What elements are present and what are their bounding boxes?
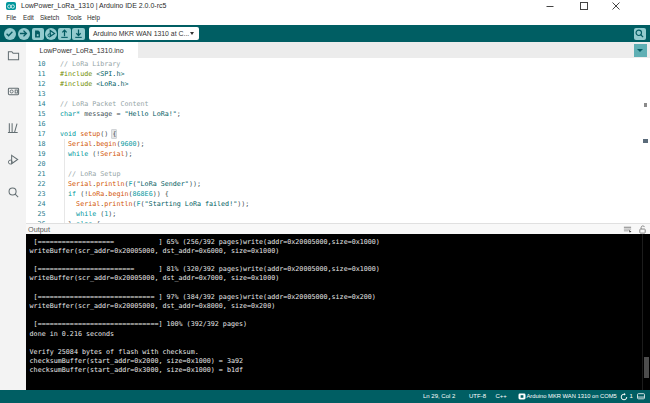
status-language[interactable]: C++: [496, 393, 507, 399]
line-number: 25: [26, 209, 46, 219]
output-panel-header: Output: [26, 223, 650, 235]
line-number: 17: [26, 129, 46, 139]
scroll-lock-icon[interactable]: [638, 225, 647, 234]
line-number: 11: [26, 69, 46, 79]
menu-sketch[interactable]: Sketch: [40, 14, 59, 21]
code-line: void setup() {: [60, 129, 116, 139]
code-line: while (1);: [60, 209, 116, 219]
line-number: 14: [26, 99, 46, 109]
menu-tools[interactable]: Tools: [67, 14, 82, 21]
search-icon[interactable]: [6, 186, 20, 200]
clear-output-icon[interactable]: [623, 225, 632, 234]
code-line: if (!LoRa.begin(868E6)) {: [60, 189, 169, 199]
sync-icon[interactable]: [620, 393, 628, 401]
code-line: // LoRa Setup: [60, 169, 120, 179]
titlebar: LowPower_LoRa_1310 | Arduino IDE 2.0.0-r…: [0, 0, 650, 12]
line-number: 20: [26, 159, 46, 169]
minimize-button[interactable]: [543, 0, 557, 12]
debug-sidebar-icon[interactable]: [6, 153, 20, 167]
code-line: Serial.begin(9600);: [60, 139, 145, 149]
tab-active[interactable]: LowPower_LoRa_1310.ino: [26, 42, 138, 58]
status-notification-count[interactable]: 1: [630, 393, 633, 399]
output-panel-title: Output: [28, 225, 50, 234]
code-line: #include <SPI.h>: [60, 69, 124, 79]
new-sketch-button[interactable]: [32, 28, 44, 40]
code-line: #include <LoRa.h>: [60, 79, 128, 89]
chevron-down-icon: [637, 49, 643, 52]
menubar: FileEditSketchToolsHelp: [0, 12, 650, 25]
maximize-button[interactable]: [577, 0, 591, 12]
menu-edit[interactable]: Edit: [23, 14, 34, 21]
panel-toggle-icon[interactable]: [637, 393, 645, 400]
window-title: LowPower_LoRa_1310 | Arduino IDE 2.0.0-r…: [21, 2, 166, 9]
console-scrollbar-track: [642, 234, 643, 390]
close-button[interactable]: [609, 0, 623, 12]
line-number: 13: [26, 89, 46, 99]
output-console[interactable]: [=================== ] 65% (256/392 page…: [26, 234, 650, 390]
toolbar: Arduino MKR WAN 1310 at C...: [0, 25, 650, 42]
board-selector-dropdown[interactable]: Arduino MKR WAN 1310 at C...: [89, 27, 200, 40]
arduino-logo-icon: [6, 2, 16, 10]
status-line-col[interactable]: Ln 29, Col 2: [423, 393, 455, 399]
verify-button[interactable]: [4, 28, 16, 40]
line-number: 19: [26, 149, 46, 159]
statusbar: Ln 29, Col 2 UTF-8 C++ Arduino MKR WAN 1…: [0, 390, 650, 403]
tab-label: LowPower_LoRa_1310.ino: [40, 47, 124, 54]
code-line: Serial.println(F("Starting LoRa failed!"…: [60, 199, 249, 209]
code-line: // LoRa Packet Content: [60, 99, 149, 109]
library-manager-icon[interactable]: [6, 121, 20, 135]
console-text: [=================== ] 65% (256/392 page…: [30, 238, 380, 376]
overview-ruler-mark: [644, 103, 647, 107]
code-line: Serial.println(F("LoRa Sender"));: [60, 179, 201, 189]
line-number: 15: [26, 109, 46, 119]
boards-manager-icon[interactable]: [6, 85, 20, 99]
line-number: 23: [26, 189, 46, 199]
chevron-down-icon: [190, 32, 194, 35]
debug-button[interactable]: [45, 28, 57, 40]
overview-ruler-mark: [643, 139, 648, 143]
sketchbook-icon[interactable]: [6, 49, 20, 63]
code-editor[interactable]: 10// LoRa Library11#include <SPI.h>12#in…: [26, 58, 650, 223]
serial-monitor-button[interactable]: [634, 28, 646, 40]
code-line: // LoRa Library: [60, 59, 120, 69]
line-number: 22: [26, 179, 46, 189]
line-number: 21: [26, 169, 46, 179]
line-number: 24: [26, 199, 46, 209]
tab-bar: LowPower_LoRa_1310.ino: [26, 42, 650, 58]
line-number: 18: [26, 139, 46, 149]
board-selector-label: Arduino MKR WAN 1310 at C...: [89, 30, 190, 37]
arduino-ide-window: LowPower_LoRa_1310 | Arduino IDE 2.0.0-r…: [0, 0, 650, 403]
console-scrollbar-thumb[interactable]: [644, 357, 650, 378]
menu-file[interactable]: File: [6, 14, 16, 21]
status-board-port[interactable]: Arduino MKR WAN 1310 on COM5: [527, 393, 617, 399]
activity-bar: [0, 42, 26, 390]
line-number: 12: [26, 79, 46, 89]
editor-dropdown-button[interactable]: [634, 44, 647, 57]
open-button[interactable]: [58, 28, 70, 40]
save-button[interactable]: [72, 28, 84, 40]
menu-help[interactable]: Help: [87, 14, 100, 21]
line-number: 10: [26, 59, 46, 69]
upload-button[interactable]: [18, 28, 30, 40]
board-icon: [518, 393, 526, 400]
line-number: 16: [26, 119, 46, 129]
status-encoding[interactable]: UTF-8: [469, 393, 486, 399]
code-line: while (!Serial);: [60, 149, 133, 159]
code-line: char* message = "Hello LoRa!";: [60, 109, 181, 119]
